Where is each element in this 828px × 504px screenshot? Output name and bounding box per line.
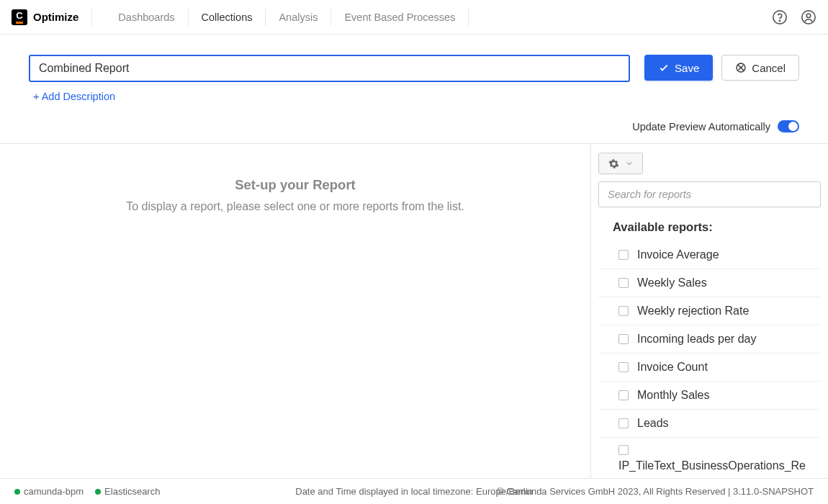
report-item[interactable]: Incoming leads per day [598,325,821,354]
preview-toggle[interactable] [778,120,799,132]
logo-block[interactable]: Optimize [12,9,92,26]
svg-point-1 [779,20,780,21]
status-elasticsearch: Elasticsearch [95,486,160,497]
title-left: + Add Description [29,55,630,103]
report-canvas: Set-up your Report To display a report, … [0,144,590,489]
report-item[interactable]: Leads [598,410,821,438]
copyright-label: © Camunda Services GmbH 2023, All Rights… [497,486,814,497]
checkbox[interactable] [618,250,629,260]
title-actions: Save Cancel [644,55,799,81]
checkbox[interactable] [618,306,629,316]
nav-analysis[interactable]: Analysis [266,9,331,26]
report-name-input[interactable] [29,55,630,82]
cancel-icon [735,62,747,73]
gear-icon [608,158,619,169]
cancel-label: Cancel [752,62,786,74]
nav-dashboards[interactable]: Dashboards [105,9,188,26]
preview-toggle-row: Update Preview Automatically [0,116,828,143]
status-label: Elasticsearch [104,486,160,497]
check-icon [658,62,670,73]
save-label: Save [675,62,699,74]
checkbox[interactable] [618,278,629,288]
status-footer: camunda-bpm Elasticsearch Date and Time … [0,478,828,504]
report-label: Monthly Sales [637,389,710,402]
report-label: IP_TileText_BusinessOperations_Re [618,459,806,472]
status-label: camunda-bpm [24,486,84,497]
settings-dropdown[interactable] [598,153,643,174]
setup-heading: Set-up your Report [235,177,356,193]
report-item[interactable]: IP_TileText_BusinessOperations_Re [598,438,821,480]
status-dot-ok-icon [95,489,101,495]
user-account-icon[interactable] [801,9,816,25]
app-name: Optimize [33,11,78,23]
report-label: Incoming leads per day [637,333,756,346]
app-header: Optimize Dashboards Collections Analysis… [0,0,828,35]
status-dot-ok-icon [14,489,20,495]
cancel-button[interactable]: Cancel [721,55,799,81]
search-reports-input[interactable] [598,181,821,207]
report-label: Weekly Sales [637,276,707,289]
timezone-label: Date and Time displayed in local timezon… [295,486,533,497]
status-camunda-bpm: camunda-bpm [14,486,84,497]
checkbox[interactable] [618,390,629,400]
help-icon[interactable] [772,9,788,25]
chevron-down-icon [625,159,634,168]
setup-subheading: To display a report, please select one o… [126,200,464,213]
available-reports-heading: Available reports: [598,207,821,241]
report-item[interactable]: Weekly Sales [598,269,821,297]
preview-toggle-label: Update Preview Automatically [632,121,770,132]
checkbox[interactable] [618,418,629,428]
report-item[interactable]: Invoice Count [598,354,821,382]
report-item[interactable]: Weekly rejection Rate [598,297,821,325]
report-item[interactable]: Monthly Sales [598,382,821,410]
checkbox[interactable] [618,445,629,455]
title-section: + Add Description Save Cancel [0,35,828,116]
reports-sidebar: Available reports: Invoice Average Weekl… [590,144,828,489]
report-label: Weekly rejection Rate [637,305,749,318]
nav-event-based-processes[interactable]: Event Based Processes [331,9,469,26]
report-item[interactable]: Invoice Average [598,241,821,269]
main-area: Set-up your Report To display a report, … [0,143,828,489]
header-actions [772,9,816,25]
checkbox[interactable] [618,362,629,372]
available-reports-list: Invoice Average Weekly Sales Weekly reje… [598,241,821,480]
add-description-link[interactable]: + Add Description [33,91,115,102]
nav-collections[interactable]: Collections [189,9,266,26]
report-label: Leads [637,417,669,430]
report-label: Invoice Average [637,248,719,261]
save-button[interactable]: Save [644,55,713,81]
main-nav: Dashboards Collections Analysis Event Ba… [105,9,469,26]
svg-point-3 [806,13,811,17]
app-logo-icon [12,9,27,25]
checkbox[interactable] [618,334,629,344]
report-label: Invoice Count [637,361,708,374]
